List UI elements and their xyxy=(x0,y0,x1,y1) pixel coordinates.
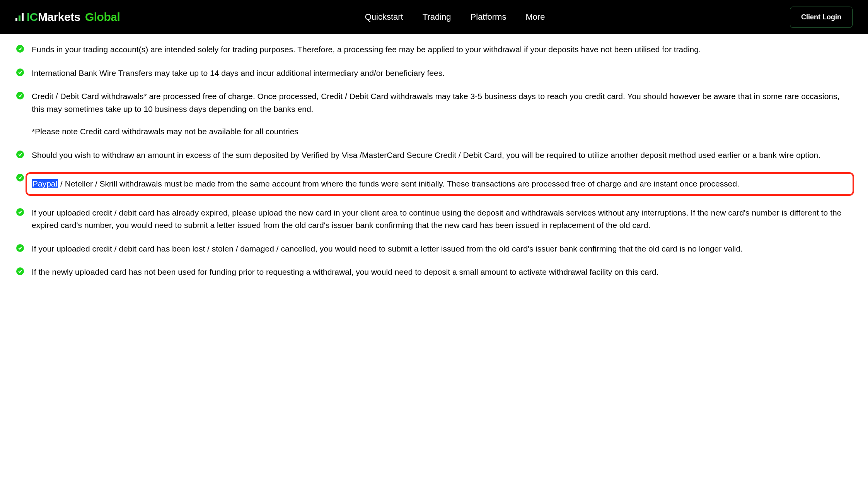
list-item: International Bank Wire Transfers may ta… xyxy=(16,67,852,80)
nav-trading[interactable]: Trading xyxy=(423,12,451,22)
check-icon xyxy=(16,45,24,53)
point-text: International Bank Wire Transfers may ta… xyxy=(32,68,445,77)
nav-quickstart[interactable]: Quickstart xyxy=(365,12,403,22)
page-content: Funds in your trading account(s) are int… xyxy=(0,34,868,305)
point-text: If the newly uploaded card has not been … xyxy=(32,267,658,276)
list-item: If the newly uploaded card has not been … xyxy=(16,266,852,279)
list-item: If your uploaded credit / debit card has… xyxy=(16,207,852,232)
logo-markets: Markets xyxy=(38,10,80,23)
check-icon xyxy=(16,267,24,275)
brand-logo[interactable]: ICMarkets Global xyxy=(15,10,120,24)
logo-bars-icon xyxy=(15,13,24,21)
list-item: Should you wish to withdraw an amount in… xyxy=(16,149,852,162)
point-text: Should you wish to withdraw an amount in… xyxy=(32,151,820,159)
primary-nav: Quickstart Trading Platforms More xyxy=(365,12,545,22)
point-text: / Neteller / Skrill withdrawals must be … xyxy=(58,179,739,188)
point-text: Credit / Debit Card withdrawals* are pro… xyxy=(32,92,839,113)
point-note: *Please note Credit card withdrawals may… xyxy=(32,125,852,138)
check-icon xyxy=(16,208,24,216)
site-header: ICMarkets Global Quickstart Trading Plat… xyxy=(0,0,868,34)
nav-more[interactable]: More xyxy=(525,12,545,22)
check-icon xyxy=(16,68,24,76)
check-icon xyxy=(16,151,24,158)
point-text: If your uploaded credit / debit card has… xyxy=(32,208,841,230)
logo-global: Global xyxy=(85,10,120,24)
point-text: If your uploaded credit / debit card has… xyxy=(32,244,743,253)
check-icon xyxy=(16,92,24,99)
list-item-highlighted: Paypal / Neteller / Skrill withdrawals m… xyxy=(16,172,852,196)
list-item: If your uploaded credit / debit card has… xyxy=(16,243,852,255)
check-icon xyxy=(16,174,24,181)
point-text: Funds in your trading account(s) are int… xyxy=(32,45,701,54)
withdrawal-points-list: Funds in your trading account(s) are int… xyxy=(16,43,852,279)
check-icon xyxy=(16,244,24,252)
list-item: Funds in your trading account(s) are int… xyxy=(16,43,852,56)
selected-text: Paypal xyxy=(32,179,58,188)
list-item: Credit / Debit Card withdrawals* are pro… xyxy=(16,90,852,138)
highlight-box: Paypal / Neteller / Skrill withdrawals m… xyxy=(26,172,854,196)
client-login-button[interactable]: Client Login xyxy=(790,7,853,28)
logo-ic: IC xyxy=(27,10,38,23)
nav-platforms[interactable]: Platforms xyxy=(471,12,506,22)
